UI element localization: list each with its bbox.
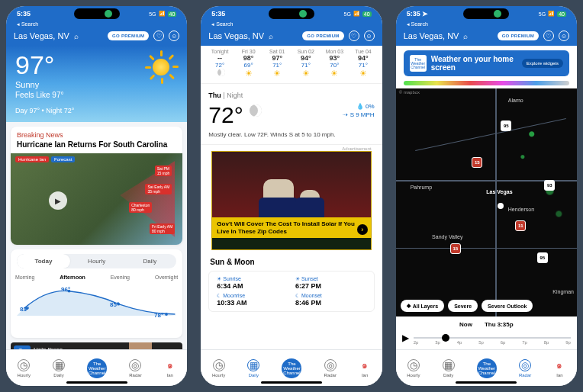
bell-icon[interactable]: ♡ [153, 31, 164, 41]
storm-marker: Sat Early AM35 mph [145, 184, 172, 194]
tab-hourly[interactable]: ◷Hourly [18, 359, 31, 378]
storm-name-pill: Hurricane Ian [15, 156, 49, 162]
day-col[interactable]: Tue 0494°71°☀ [349, 49, 378, 79]
search-icon[interactable]: ⌕ [74, 32, 79, 40]
ad-headline: Gov't Will Cover The Cost To Install Sol… [212, 217, 370, 238]
day-col[interactable]: Sun 0294°71°☀ [292, 49, 320, 79]
twc-logo-icon: TheWeatherChannel [410, 55, 427, 72]
ad-image [212, 152, 370, 217]
breaking-news-card[interactable]: Breaking News Hurricane Ian Returns For … [11, 127, 182, 245]
play-icon[interactable]: ▶ [402, 333, 409, 343]
location-label[interactable]: Las Vegas, NV [14, 31, 69, 40]
tab-daily[interactable]: ▦Daily [53, 359, 65, 378]
city-label: Alamo [508, 98, 523, 103]
chip-all-layers[interactable]: ◆ All Layers [401, 300, 444, 312]
city-label: Pahrump [411, 185, 432, 190]
status-time: 5:35 [17, 10, 31, 18]
tab-daily[interactable]: ▦Daily [247, 359, 259, 378]
clock-icon: ◷ [18, 359, 30, 371]
forecast-tabs: Today Hourly Daily [17, 254, 176, 268]
chip-severe-outlook[interactable]: Severe Outlook [482, 300, 533, 312]
phone-daily: 5:35 5G📶40 ◂ Search Las Vegas, NV ⌕ GO P… [201, 6, 382, 386]
status-bar: 5:35 5G📶40 [6, 6, 187, 21]
city-label: Henderson [508, 207, 534, 212]
back-search[interactable]: ◂ Search [6, 21, 187, 27]
day-col[interactable]: Fri 3098°69°☀ [234, 49, 263, 79]
avatar-icon[interactable]: ☺ [559, 31, 569, 41]
phone-radar: 5:35 ➤ 5G📶40 ◂ Search Las Vegas, NV ⌕ GO… [396, 6, 577, 386]
tab-radar[interactable]: ◎Radar [129, 359, 141, 378]
tab-bar: ◷Hourly ▦Daily TheWeatherChannel ◎Radar … [6, 349, 187, 386]
radar-icon: ◎ [519, 359, 531, 371]
ad-image [129, 342, 152, 349]
go-premium-button[interactable]: GO PREMIUM [498, 31, 539, 40]
breaking-label: Breaking News [11, 127, 182, 140]
timeline-slider[interactable]: 2p3p4p5p6p7p8p9p [414, 328, 571, 348]
tab-storm[interactable]: ๑Ian [164, 359, 176, 378]
tab-hourly[interactable]: ◷Hourly [407, 359, 420, 378]
widget-promo[interactable]: TheWeatherChannel Weather on your home s… [404, 50, 569, 76]
status-bar: 5:35 5G📶40 [201, 6, 382, 21]
go-premium-button[interactable]: GO PREMIUM [302, 31, 343, 40]
us-route-shield-icon: 95 [537, 252, 548, 263]
back-search[interactable]: ◂ Search [201, 21, 382, 27]
tab-hourly[interactable]: ◷Hourly [212, 359, 225, 378]
bell-icon[interactable]: ♡ [543, 31, 554, 41]
calendar-icon: ▦ [53, 359, 65, 371]
play-icon[interactable]: ▶ [49, 191, 67, 210]
hurricane-icon: ๑ [359, 359, 371, 371]
hurricane-icon: ๑ [164, 359, 176, 371]
tab-storm[interactable]: ๑Ian [359, 359, 371, 378]
search-icon[interactable]: ⌕ [463, 32, 468, 40]
tab-storm[interactable]: ๑Ian [553, 359, 565, 378]
promo-cta-button[interactable]: Explore widgets [522, 59, 563, 68]
tab-daily[interactable]: ▦Daily [443, 359, 455, 378]
tonight-temp: 72° [208, 102, 243, 128]
svg-point-3 [165, 313, 168, 316]
tab-hourly[interactable]: Hourly [70, 254, 124, 268]
status-bar: 5:35 ➤ 5G📶40 [396, 6, 577, 21]
search-icon[interactable]: ⌕ [269, 32, 273, 40]
tab-home[interactable]: TheWeatherChannel [477, 358, 497, 378]
interstate-shield-icon: 11 [515, 220, 526, 231]
day-col[interactable]: Tonight--72° [205, 49, 234, 79]
interstate-shield-icon: 15 [472, 157, 482, 168]
back-search[interactable]: ◂ Search [396, 21, 577, 27]
time-scrubber: NowThu 3:35p ▶ 2p3p4p5p6p7p8p9p [396, 316, 577, 349]
forecast-card: Today Hourly Daily Morning Afternoon Eve… [11, 249, 182, 338]
tab-home[interactable]: TheWeatherChannel [282, 358, 301, 378]
day-col[interactable]: Mon 0393°70°☀ [320, 49, 349, 79]
storm-marker: Fri Early AM80 mph [150, 223, 175, 234]
day-col[interactable]: Sat 0197°71°☀ [263, 49, 292, 79]
map-attribution: © mapbox [399, 90, 420, 95]
location-dot-icon [498, 203, 504, 209]
go-premium-button[interactable]: GO PREMIUM [108, 31, 149, 40]
layer-chips: ◆ All Layers Severe Severe Outlook [401, 300, 572, 312]
radar-map[interactable]: © mapbox 15 15 11 95 95 93 Las Vegas Hen… [396, 88, 577, 316]
tab-radar[interactable]: ◎Radar [324, 359, 337, 378]
feels-like: Feels Like 97° [15, 91, 178, 99]
home-indicator [66, 381, 127, 384]
inline-ad[interactable]: Gov't Will Cover The Cost To Install Sol… [211, 151, 371, 250]
avatar-icon[interactable]: ☺ [364, 31, 375, 41]
precip-wind: 💧 0% ⇢ S 9 MPH [343, 102, 374, 119]
tab-today[interactable]: Today [17, 254, 70, 268]
radar-legend [404, 81, 569, 85]
tab-home[interactable]: TheWeatherChannel [87, 358, 107, 378]
tab-daily[interactable]: Daily [124, 254, 177, 268]
arrow-icon[interactable]: › [357, 224, 368, 235]
bell-icon[interactable]: ♡ [349, 31, 359, 41]
clock-icon: ◷ [407, 359, 420, 371]
current-conditions: 97° Sunny Feels Like 97° Day 97° • Night… [6, 46, 187, 122]
sun-moon-title: Sun & Moon [201, 255, 382, 269]
tab-radar[interactable]: ◎Radar [519, 359, 531, 378]
day-strip[interactable]: Tonight--72° Fri 3098°69°☀ Sat 0197°71°☀… [201, 46, 382, 84]
bottom-ad[interactable]: TheWeatherChannel Help thoseimpacted by … [11, 342, 182, 349]
hurricane-map[interactable]: Hurricane Ian Forecast ▶ Sat PM15 mph Sa… [11, 153, 182, 245]
avatar-icon[interactable]: ☺ [169, 31, 179, 41]
chip-severe[interactable]: Severe [448, 300, 478, 312]
forecast-summary: Mostly clear. Low 72F. Winds S at 5 to 1… [208, 131, 374, 138]
us-route-shield-icon: 93 [544, 180, 555, 191]
app-header: Las Vegas, NV ⌕ GO PREMIUM ♡ ☺ [201, 27, 382, 46]
dynamic-island [74, 8, 120, 19]
